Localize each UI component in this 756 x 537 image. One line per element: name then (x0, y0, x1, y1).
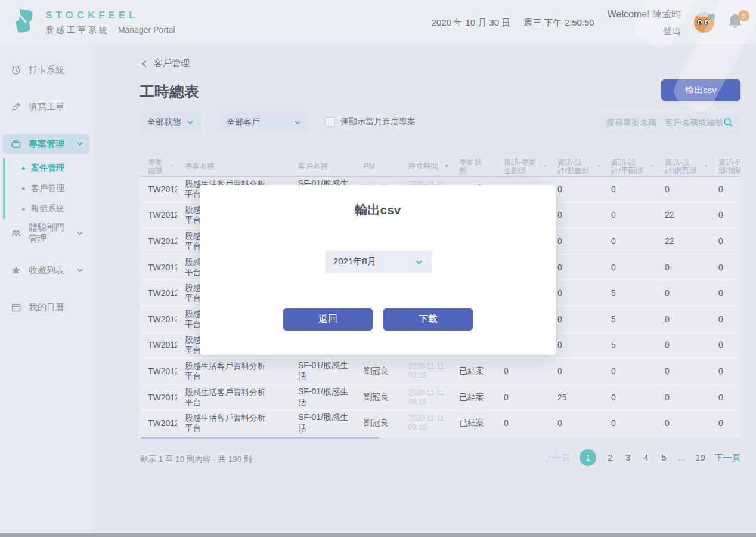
project-submenu: 案件管理 客戶管理 報價系統 (3, 158, 92, 219)
cell-hours-graphic: 0 (603, 236, 657, 246)
cell-hours-animation: 0 (550, 263, 603, 272)
cell-hours-planning: 0 (496, 418, 550, 428)
cell-hours-graphic: 5 (603, 340, 657, 350)
sort-icon-active: ▼ (444, 162, 449, 171)
cell-hours-animation: 0 (550, 314, 603, 324)
chevron-down-icon (293, 118, 302, 126)
month-select-dropdown[interactable]: 2021年8月 (325, 250, 432, 273)
pagination-item[interactable]: 2 (606, 453, 614, 462)
brand: STOCKFEEL 股感工單系統 Manager Portal (11, 7, 175, 38)
client-filter-dropdown[interactable]: 全部客戶 (219, 112, 309, 133)
pagination-item[interactable]: 5 (659, 453, 668, 462)
pagination-item[interactable]: 1 (580, 449, 596, 466)
sidebar-item-label: 填寫工單 (29, 101, 64, 113)
cell-hours-animation: 0 (550, 366, 603, 376)
avatar-eye (704, 19, 709, 25)
cell-hours-animation: 0 (550, 418, 603, 428)
star-icon (11, 265, 21, 276)
search-input[interactable] (606, 118, 723, 127)
breadcrumb-back[interactable]: 客戶管理 (141, 58, 190, 69)
cell-project-code: TW20129 (140, 236, 177, 246)
column-header-project-code[interactable]: 專案編號▼ (140, 158, 177, 175)
sidebar-item-quotation-system[interactable]: 報價系統 (5, 199, 92, 219)
avatar-cap (698, 12, 709, 17)
cell-hours-web: 0 (657, 263, 711, 272)
cell-project-code: TW20129 (140, 366, 177, 376)
table-row[interactable]: TW20129 股感生活客戶資料分析平台 SF-01/股感生活 劉冠良 2020… (140, 411, 740, 437)
sort-icon: ▼ (704, 162, 708, 171)
sidebar-item-my-calendar[interactable]: 我的日曆 (2, 297, 90, 317)
cell-created-time: 2020-11-1103:19 (401, 362, 451, 380)
pagination-item[interactable]: 上一頁 (544, 452, 571, 464)
cell-hours-graphic: 0 (603, 418, 657, 428)
cell-hours-experience: 0 (711, 288, 740, 298)
sidebar-item-favorites[interactable]: 收藏列表 (2, 260, 90, 280)
user-avatar[interactable] (694, 13, 714, 33)
cell-status: 已結案 (451, 366, 496, 376)
current-month-checkbox[interactable] (325, 117, 335, 127)
column-header-dept-web[interactable]: 資訊-設計/網頁部▼ (657, 158, 711, 175)
cell-created-time: 2020-11-1103:19 (401, 414, 451, 432)
cell-hours-graphic: 5 (603, 288, 657, 298)
header-date: 2020 年 10 月 30 日 (432, 17, 511, 29)
table-header-row: 專案編號▼ 專案名稱 客戶名稱 PM 建立時間▼ 專案狀態 資訊-專案 企劃部▼… (140, 156, 740, 177)
sidebar-subitem-label: 案件管理 (31, 163, 64, 174)
modal-download-button[interactable]: 下載 (383, 308, 473, 331)
cell-project-code: TW20129 (140, 393, 177, 402)
cell-hours-web: 0 (657, 340, 711, 350)
cell-hours-web: 0 (657, 366, 711, 376)
cell-pm: 劉冠良 (356, 418, 401, 428)
sidebar-item-case-management[interactable]: 案件管理 (5, 158, 92, 178)
page-title: 工時總表 (140, 82, 199, 101)
sort-icon: ▼ (650, 162, 655, 171)
sidebar-item-client-management[interactable]: 客戶管理 (5, 178, 92, 199)
table-row[interactable]: TW20129 股感生活客戶資料分析平台 SF-01/股感生活 劉冠良 2020… (140, 359, 740, 385)
brand-portal-name: Manager Portal (118, 25, 175, 35)
app-root: STOCKFEEL 股感工單系統 Manager Portal 2020 年 1… (0, 0, 756, 537)
search-icon[interactable] (723, 117, 733, 128)
sidebar-item-project-management[interactable]: 專案管理 (2, 134, 90, 154)
cell-client-name: SF-01/股感生活 (290, 412, 356, 434)
results-summary: 顯示 1 至 10 則內容 · 共 190 則 (140, 454, 252, 465)
column-header-dept-animation[interactable]: 資訊-設計/動畫部▼ (550, 158, 603, 175)
breadcrumb-label: 客戶管理 (154, 58, 190, 69)
cell-hours-animation: 0 (550, 288, 603, 298)
pagination-item[interactable]: 下一頁 (715, 452, 741, 464)
bottom-edge (0, 533, 756, 537)
sidebar-nav: 打卡系統 填寫工單 專案管理 案件管理 客戶管理 報價系統 (0, 46, 93, 537)
pagination-item[interactable]: 3 (624, 453, 632, 462)
cell-hours-experience: 0 (711, 210, 740, 220)
brand-name: STOCKFEEL (45, 10, 175, 21)
header-weekday-time: 週三 下午 2:50:50 (523, 17, 594, 29)
export-csv-button[interactable]: 輸出csv (661, 79, 740, 101)
sidebar-subitem-label: 客戶管理 (31, 183, 64, 194)
cell-hours-web: 0 (657, 418, 711, 428)
cell-hours-web: 0 (657, 184, 711, 194)
status-filter-dropdown[interactable]: 全部狀態 (140, 112, 202, 133)
column-header-dept-graphic[interactable]: 資訊-設計/平面部▼ (603, 158, 657, 175)
cell-project-name: 股感生活客戶資料分析平台 (177, 387, 290, 408)
column-header-dept-planning[interactable]: 資訊-專案 企劃部▼ (496, 158, 550, 175)
pagination-item[interactable]: ... (677, 453, 686, 462)
cell-hours-graphic: 0 (603, 184, 657, 194)
chevron-down-icon (76, 266, 84, 274)
sidebar-item-punch-clock[interactable]: 打卡系統 (2, 60, 90, 80)
column-header-client-name: 客戶名稱 (290, 162, 356, 171)
column-header-created-time[interactable]: 建立時間▼ (401, 162, 451, 171)
sidebar-item-fill-worksheet[interactable]: 填寫工單 (2, 97, 90, 117)
cell-hours-planning: 0 (496, 393, 550, 402)
sidebar-subitem-label: 報價系統 (31, 203, 64, 214)
pagination-item[interactable]: 19 (695, 453, 705, 462)
cell-hours-animation: 0 (550, 210, 603, 220)
cell-status: 已結案 (451, 392, 496, 403)
sidebar-item-experience-dept[interactable]: 體驗部門管理 (2, 223, 90, 243)
cell-hours-experience: 0 (711, 366, 740, 376)
logout-link[interactable]: 登出 (663, 26, 681, 37)
modal-back-button[interactable]: 返回 (283, 308, 373, 331)
notification-bell-button[interactable]: 5 (727, 13, 745, 33)
chevron-down-icon (186, 118, 194, 126)
table-row[interactable]: TW20129 股感生活客戶資料分析平台 SF-01/股感生活 劉冠良 2020… (140, 385, 740, 411)
horizontal-scrollbar-thumb[interactable] (141, 437, 379, 439)
cell-project-code: TW20129 (140, 340, 177, 350)
pagination-item[interactable]: 4 (642, 453, 650, 462)
